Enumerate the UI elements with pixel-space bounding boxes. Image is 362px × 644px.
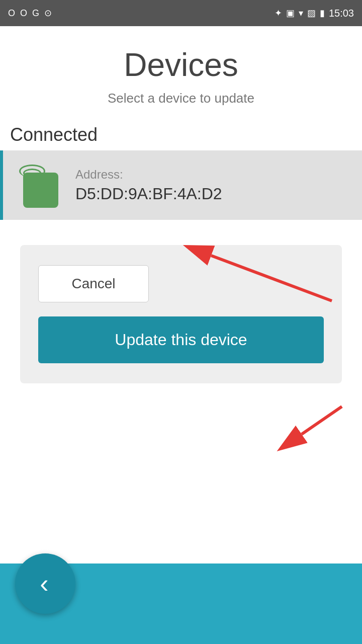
connected-section-label: Connected [0,116,362,150]
update-device-button[interactable]: Update this device [38,316,324,363]
vibrate-icon: ▣ [286,8,295,19]
signal-icon: ▨ [307,8,316,19]
back-chevron-icon: ‹ [40,571,48,597]
status-bar-left-icons: O O G ⊙ [8,8,52,19]
cancel-button[interactable]: Cancel [38,265,149,302]
page-header: Devices Select a device to update [0,26,362,116]
battery-icon: ▮ [320,8,325,19]
device-info: Address: D5:DD:9A:BF:4A:D2 [75,168,347,203]
opera-icon: O [8,8,15,19]
status-time: 15:03 [329,8,354,19]
wifi-icon: ▾ [299,8,303,19]
page-subtitle: Select a device to update [10,91,352,106]
status-bar-right-icons: ✦ ▣ ▾ ▨ ▮ 15:03 [275,8,354,19]
device-address: D5:DD:9A:BF:4A:D2 [75,185,347,203]
bottom-bar: ‹ [0,564,362,644]
svg-line-3 [302,407,342,434]
opera-mini-icon: O [20,8,27,19]
page-title: Devices [10,46,352,84]
sync-icon: ⊙ [44,8,52,19]
status-bar: O O G ⊙ ✦ ▣ ▾ ▨ ▮ 15:03 [0,0,362,26]
address-label: Address: [75,168,347,182]
device-icon-wrap [18,163,63,208]
device-body-icon [23,173,58,208]
back-button[interactable]: ‹ [15,553,75,614]
action-card: Cancel Update this device [20,245,342,383]
bluetooth-icon: ✦ [275,8,282,19]
google-icon: G [32,8,39,19]
device-card[interactable]: Address: D5:DD:9A:BF:4A:D2 [0,150,362,220]
